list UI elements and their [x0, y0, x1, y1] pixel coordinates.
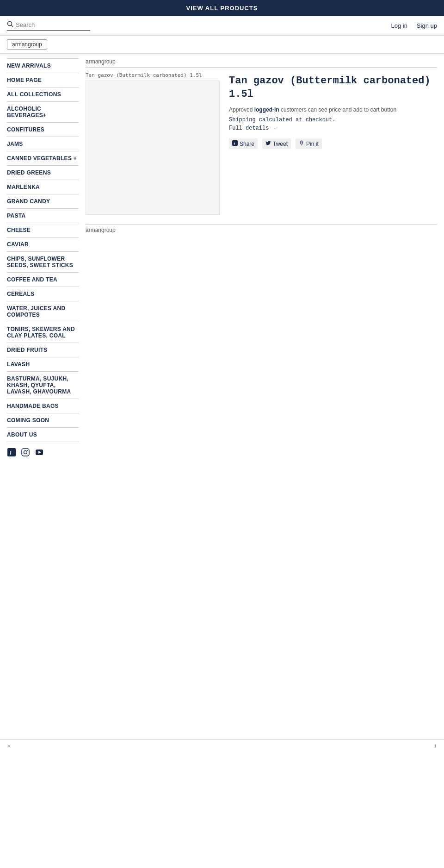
product-image-label: Tan gazov (Buttermilk carbonated) 1.5l: [86, 72, 220, 78]
footer-area: [0, 462, 444, 739]
sidebar-item-water-juices[interactable]: WATER, JUICES AND COMPOTES: [7, 301, 79, 322]
instagram-icon[interactable]: [21, 448, 30, 457]
sidebar-item-tonirs[interactable]: TONIRS, SKEWERS AND CLAY PLATES, COAL: [7, 322, 79, 343]
login-notice-prefix: Approved: [229, 106, 254, 113]
product-image-box: [86, 81, 220, 215]
login-notice-suffix: customers can see price and add to cart …: [279, 106, 396, 113]
svg-point-6: [27, 450, 28, 451]
header-nav: Log in Sign up: [391, 22, 437, 29]
content-area: armangroup Tan gazov (Buttermilk carbona…: [86, 58, 437, 457]
svg-line-1: [12, 25, 13, 27]
product-image-container: Tan gazov (Buttermilk carbonated) 1.5l: [86, 72, 220, 215]
sidebar-item-marlenka[interactable]: MARLENKA: [7, 180, 79, 194]
page-bottom-left: ✕: [7, 743, 11, 749]
sidebar-item-canned-vegetables[interactable]: CANNED VEGETABLES +: [7, 151, 79, 166]
svg-text:f: f: [10, 450, 12, 456]
share-tweet-label: Tweet: [273, 141, 288, 147]
sidebar-item-handmade-bags[interactable]: HANDMADE BAGS: [7, 399, 79, 413]
top-banner[interactable]: VIEW ALL PRODUCTS: [0, 0, 444, 16]
share-pin-button[interactable]: Pin it: [296, 138, 322, 149]
search-icon: [7, 21, 13, 29]
product-title: Tan gazov (Buttermilk carbonated) 1.5l: [229, 75, 437, 101]
sidebar-item-all-collections[interactable]: ALL COLLECTIONS: [7, 87, 79, 102]
page-bottom-right: ⏸: [432, 743, 437, 749]
product-breadcrumb-bottom-text: armangroup: [86, 227, 116, 233]
signup-link[interactable]: Sign up: [417, 22, 437, 29]
share-facebook-button[interactable]: f Share: [229, 138, 258, 149]
login-link[interactable]: Log in: [391, 22, 407, 29]
search-wrapper[interactable]: [7, 21, 90, 31]
youtube-icon[interactable]: [35, 448, 44, 457]
sidebar-social: f: [7, 442, 79, 457]
share-facebook-icon: f: [232, 140, 238, 147]
product-section: Tan gazov (Buttermilk carbonated) 1.5l T…: [86, 72, 437, 215]
sidebar-item-coffee-tea[interactable]: COFFEE AND TEA: [7, 273, 79, 287]
sidebar-item-pasta[interactable]: PASTA: [7, 209, 79, 223]
sidebar-item-cereals[interactable]: CEREALS: [7, 287, 79, 301]
product-breadcrumb-top: armangroup: [86, 58, 437, 68]
product-breadcrumb-top-text: armangroup: [86, 58, 116, 65]
product-full-details-link[interactable]: Full details →: [229, 125, 437, 131]
product-breadcrumb-bottom: armangroup: [86, 224, 437, 233]
sidebar-item-chips[interactable]: CHIPS, SUNFLOWER SEEDS, SWEET STICKS: [7, 252, 79, 273]
svg-point-0: [8, 22, 12, 26]
sidebar-item-jams[interactable]: JAMS: [7, 137, 79, 151]
share-tweet-icon: [265, 140, 271, 147]
login-notice-link[interactable]: logged-in: [254, 106, 279, 113]
sidebar-item-new-arrivals[interactable]: NEW ARRIVALS: [7, 58, 79, 73]
svg-point-11: [301, 142, 302, 143]
product-shipping: Shipping calculated at checkout.: [229, 117, 437, 123]
sidebar-item-dried-fruits[interactable]: DRIED FRUITS: [7, 343, 79, 357]
sidebar-item-alcoholic-beverages[interactable]: ALCOHOLIC BEVERAGES+: [7, 102, 79, 123]
header: Log in Sign up: [0, 16, 444, 36]
sidebar-item-caviar[interactable]: CAVIAR: [7, 237, 79, 252]
sidebar-item-coming-soon[interactable]: COMING SOON: [7, 413, 79, 428]
share-pin-label: Pin it: [306, 141, 319, 147]
product-login-notice: Approved logged-in customers can see pri…: [229, 106, 437, 113]
facebook-icon[interactable]: f: [7, 448, 16, 457]
sidebar-item-about-us[interactable]: ABOUT US: [7, 428, 79, 442]
share-buttons: f Share Tweet: [229, 138, 437, 149]
sidebar-item-lavash[interactable]: LAVASH: [7, 357, 79, 372]
share-pin-icon: [299, 140, 304, 147]
sidebar-item-home-page[interactable]: HOME PAGE: [7, 73, 79, 87]
sidebar-item-confitures[interactable]: CONFITURES: [7, 123, 79, 137]
breadcrumb-tag[interactable]: armangroup: [7, 39, 47, 50]
svg-rect-2: [7, 448, 16, 456]
svg-rect-4: [22, 449, 29, 456]
banner-text: VIEW ALL PRODUCTS: [186, 5, 258, 12]
sidebar: NEW ARRIVALS HOME PAGE ALL COLLECTIONS A…: [7, 58, 79, 457]
sidebar-item-grand-candy[interactable]: GRAND CANDY: [7, 194, 79, 209]
sidebar-item-dried-greens[interactable]: DRIED GREENS: [7, 166, 79, 180]
product-details: Tan gazov (Buttermilk carbonated) 1.5l A…: [229, 72, 437, 215]
share-facebook-label: Share: [240, 141, 254, 147]
svg-point-5: [24, 451, 27, 454]
sidebar-item-cheese[interactable]: CHEESE: [7, 223, 79, 237]
search-input[interactable]: [16, 21, 80, 28]
breadcrumb-bar: armangroup: [0, 36, 444, 54]
svg-text:f: f: [234, 142, 235, 146]
sidebar-item-basturma[interactable]: BASTURMA, SUJUKH, KHASH, QYUFTA, LAVASH,…: [7, 372, 79, 399]
main-layout: NEW ARRIVALS HOME PAGE ALL COLLECTIONS A…: [0, 54, 444, 462]
page-bottom: ✕ ⏸: [0, 739, 444, 752]
share-tweet-button[interactable]: Tweet: [262, 138, 291, 149]
